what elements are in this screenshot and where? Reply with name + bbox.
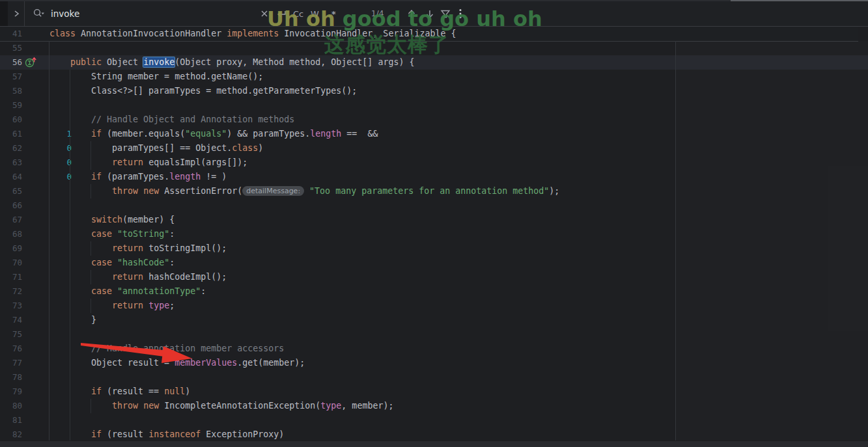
code-token: : xyxy=(201,286,206,296)
code-token xyxy=(49,386,91,396)
search-icon[interactable] xyxy=(30,1,47,26)
code-token: 0 xyxy=(49,170,72,184)
line-number: 58 xyxy=(0,84,22,98)
filter-icon[interactable] xyxy=(438,1,453,26)
code-token: AssertionError( xyxy=(159,186,242,196)
whole-words-toggle[interactable]: W xyxy=(311,1,319,26)
code-token xyxy=(49,186,112,196)
code-text: } xyxy=(49,313,96,327)
code-token: (Object proxy, Method method, Object[] a… xyxy=(175,57,414,67)
code-text: return toStringImpl(); xyxy=(49,241,227,256)
code-text: return equalsImpl(args[0]); xyxy=(49,156,247,170)
line-number: 72 xyxy=(0,284,22,299)
line-number: 56 xyxy=(0,55,22,70)
code-token: "toString" xyxy=(117,229,169,239)
code-token: ]); xyxy=(232,157,247,167)
code-token: ) xyxy=(185,386,190,396)
code-token xyxy=(112,286,117,296)
expand-search-options-button[interactable] xyxy=(8,1,25,26)
line-number: 68 xyxy=(0,227,22,241)
code-token: IncompleteAnnotationException( xyxy=(159,401,320,411)
sticky-code-line[interactable]: 41class AnnotationInvocationHandler impl… xyxy=(0,27,868,41)
code-token: "annotationType" xyxy=(117,286,201,296)
line-number: 71 xyxy=(0,270,22,284)
indent-guide xyxy=(91,141,91,156)
code-text: paramTypes[0] == Object.class) xyxy=(49,141,263,156)
implements-method-icon[interactable] xyxy=(25,57,38,68)
code-token: length xyxy=(310,129,341,139)
code-token: // Handle Object and Annotation methods xyxy=(49,115,294,124)
line-number: 65 xyxy=(0,184,22,198)
code-token: return xyxy=(112,301,143,310)
line-number: 64 xyxy=(0,170,22,184)
search-input[interactable] xyxy=(51,6,246,21)
line-number: 66 xyxy=(0,198,22,213)
code-token xyxy=(112,229,117,239)
code-token xyxy=(49,301,112,310)
code-token xyxy=(49,401,112,411)
code-token xyxy=(143,301,148,310)
close-icon[interactable] xyxy=(258,1,271,26)
next-match-icon[interactable] xyxy=(423,1,437,26)
regex-toggle[interactable]: .* xyxy=(328,1,336,26)
code-token: 0 xyxy=(49,141,72,156)
indent-guide xyxy=(91,241,91,256)
code-text: if (result == null) xyxy=(49,385,190,399)
code-token: ExceptionProxy) xyxy=(201,429,284,439)
selected-search-match: invoke xyxy=(143,57,175,67)
code-token: public xyxy=(70,57,102,67)
code-text: // Handle Object and Annotation methods xyxy=(49,113,294,127)
code-text: if (member.equals("equals") && paramType… xyxy=(49,127,378,141)
code-token xyxy=(49,229,91,239)
code-text: throw new IncompleteAnnotationException(… xyxy=(49,399,393,413)
code-token: "hashCode" xyxy=(117,258,169,267)
code-token: .get(member); xyxy=(237,358,305,368)
line-number: 73 xyxy=(0,299,22,313)
code-token: (member) { xyxy=(122,215,175,224)
code-text: switch(member) { xyxy=(49,213,175,227)
code-token: case xyxy=(91,258,112,267)
code-token: "Too many parameters for an annotation m… xyxy=(304,186,549,196)
line-number: 69 xyxy=(0,241,22,256)
code-token: class xyxy=(232,143,258,153)
code-token xyxy=(49,243,112,253)
code-token: == xyxy=(341,129,362,139)
code-text: case "hashCode": xyxy=(49,256,175,270)
code-text: Class<?>[] paramTypes = method.getParame… xyxy=(49,84,357,98)
code-token: if xyxy=(91,429,102,439)
code-token: (result xyxy=(102,429,148,439)
indent-guide xyxy=(91,399,91,413)
code-token: 0 xyxy=(49,156,72,170)
code-text: public Object invoke(Object proxy, Metho… xyxy=(49,55,414,70)
code-token: AnnotationInvocationHandler xyxy=(76,29,227,38)
indent-guide xyxy=(91,156,91,170)
indent-guide xyxy=(91,270,91,284)
previous-match-icon[interactable] xyxy=(404,1,419,26)
code-token: type xyxy=(320,401,341,411)
code-token: if xyxy=(91,172,102,182)
code-token: new xyxy=(143,401,159,411)
code-token: toStringImpl(); xyxy=(143,243,227,253)
window-bottom-edge xyxy=(0,440,868,447)
code-text: case "toString": xyxy=(49,227,175,241)
match-case-toggle[interactable]: Cc xyxy=(293,1,303,26)
line-number: 82 xyxy=(0,427,22,442)
code-token: return xyxy=(112,157,143,167)
line-number: 78 xyxy=(0,370,22,385)
code-token: ] == Object. xyxy=(169,143,232,153)
code-token: } xyxy=(49,315,96,325)
beyond-margin-shade xyxy=(676,41,868,440)
more-options-icon[interactable] xyxy=(455,1,466,26)
code-token: != xyxy=(201,172,221,182)
find-toolbar: Cc W .* 1/4 xyxy=(0,1,868,27)
line-number: 80 xyxy=(0,399,22,413)
code-token: class xyxy=(49,29,76,38)
annotation-arrow xyxy=(75,338,202,370)
code-token: Class<?>[] paramTypes = method.getParame… xyxy=(49,86,357,96)
line-number: 59 xyxy=(0,98,22,113)
code-token: ) && paramTypes. xyxy=(227,129,310,139)
code-token: , member); xyxy=(341,401,393,411)
sticky-line-panel[interactable]: 41class AnnotationInvocationHandler impl… xyxy=(0,27,858,42)
code-text: class AnnotationInvocationHandler implem… xyxy=(49,27,456,41)
newline-icon[interactable] xyxy=(273,1,289,26)
